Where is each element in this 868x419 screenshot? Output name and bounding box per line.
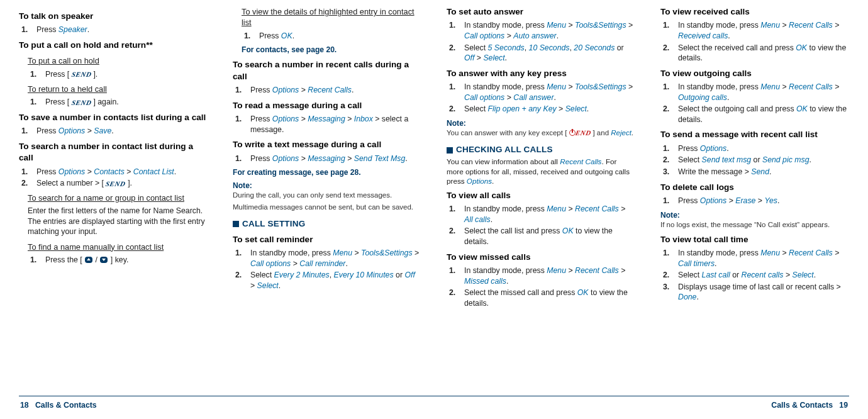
column-1: To talk on speaker 1. Press Speaker. To …	[19, 6, 208, 393]
step-number: 1.	[660, 82, 678, 103]
step-number: 2.	[447, 288, 464, 308]
subhead-return-held: To return to a held call	[28, 84, 208, 94]
step-number: 2.	[660, 43, 678, 64]
step-text: In standby mode, press Menu > Tools&Sett…	[464, 20, 635, 41]
step-number: 1.	[447, 265, 464, 286]
heading-delete-logs: To delete call logs	[660, 182, 849, 193]
step-text: Press the [ / ] key.	[45, 255, 208, 265]
note-text: During the call, you can only send text …	[233, 191, 421, 200]
step-text: Select 5 Seconds, 10 Seconds, 20 Seconds…	[464, 43, 635, 64]
step-number: 1.	[660, 20, 678, 41]
section-call-setting: CALL SETTING	[233, 218, 421, 230]
step-text: Write the message > Send.	[678, 167, 849, 177]
step-number: 1.	[28, 255, 45, 265]
footer-section-left: Calls & Contacts	[35, 401, 97, 410]
step-text: Select the outgoing call and press OK to…	[678, 104, 849, 125]
step-number: 1.	[233, 154, 250, 164]
step-number: 2.	[19, 178, 36, 189]
heading-auto-answer: To set auto answer	[447, 6, 635, 18]
step-number: 1.	[19, 126, 36, 137]
step-number: 2.	[447, 43, 464, 64]
step-text: Select the missed call and press OK to v…	[464, 288, 635, 308]
step-text: Press Options > Messaging > Inbox > sele…	[250, 114, 421, 135]
note-text: If no logs exist, the message “No Call e…	[660, 220, 849, 230]
subhead-put-hold: To put a call on hold	[28, 55, 208, 66]
step-number: 2.	[660, 270, 678, 281]
step-text: Press [ SEND ].	[45, 69, 208, 80]
step-text: Select Send text msg or Send pic msg.	[678, 155, 849, 165]
heading-call-reminder: To set call reminder	[233, 234, 421, 245]
nav-key-up-icon	[84, 256, 93, 264]
step-text: Press Options > Erase > Yes.	[678, 196, 849, 206]
send-key-icon: SEND	[105, 179, 126, 189]
note-text: Multimedia messages cannot be sent, but …	[233, 203, 421, 212]
end-key-icon: END	[574, 128, 592, 137]
step-number: 1.	[447, 204, 464, 225]
manual-page-columns: To talk on speaker 1. Press Speaker. To …	[19, 6, 849, 396]
step-text: In standby mode, press Menu > Tools&Sett…	[464, 82, 635, 103]
section-description: You can view information about all Recen…	[447, 157, 635, 186]
step-number: 2.	[233, 270, 250, 291]
step-text: Select Last call or Recent calls > Selec…	[678, 270, 849, 281]
paragraph: Enter the first letters of the name for …	[28, 206, 208, 237]
step-text: Press Options > Contacts > Contact List.	[36, 167, 208, 177]
heading-view-all: To view all calls	[447, 190, 635, 201]
heading-outgoing-calls: To view outgoing calls	[660, 68, 849, 79]
page-number-right: 19	[839, 401, 848, 410]
step-text: Select Flip open + any Key > Select.	[464, 104, 635, 115]
step-text: In standby mode, press Menu > Tools&Sett…	[250, 248, 421, 269]
step-text: Press Options > Recent Calls.	[250, 85, 421, 96]
nav-key-down-icon	[99, 256, 108, 264]
step-text: Displays usage time of last call or rece…	[678, 282, 849, 303]
section-checking-calls: CHECKING ALL CALLS	[447, 144, 635, 155]
step-text: Select a number > [ SEND ].	[36, 178, 208, 189]
step-text: In standby mode, press Menu > Recent Cal…	[678, 20, 849, 41]
note-label: Note:	[233, 181, 421, 191]
step-number: 2.	[660, 104, 678, 125]
footer-right: Calls & Contacts 19	[771, 400, 848, 411]
step-text: Select Every 2 Minutes, Every 10 Minutes…	[250, 270, 421, 291]
heading-any-key: To answer with any key press	[447, 68, 635, 79]
footer-section-right: Calls & Contacts	[771, 401, 833, 410]
heading-search-number: To search a number in contact list durin…	[19, 141, 208, 164]
step-number: 1.	[447, 82, 464, 103]
step-text: Press Options > Save.	[36, 126, 208, 137]
step-number: 1.	[660, 248, 678, 269]
step-number: 3.	[660, 167, 678, 177]
cross-reference: For contacts, see page 20.	[242, 45, 421, 55]
note-label: Note:	[447, 118, 635, 128]
heading-send-message: To send a message with recent call list	[660, 129, 849, 140]
step-number: 1.	[19, 25, 36, 35]
send-key-icon: SEND	[70, 70, 92, 79]
step-number: 2.	[660, 155, 678, 165]
note-text: You can answer with any key except [ END…	[447, 128, 635, 138]
step-text: Press OK.	[259, 31, 421, 42]
step-text: Press Speaker.	[36, 25, 208, 35]
heading-hold-return: To put a call on hold and return**	[19, 40, 208, 51]
step-number: 1.	[28, 97, 45, 108]
heading-write-message: To write a text message during a call	[233, 139, 421, 150]
step-number: 1.	[233, 114, 250, 135]
heading-total-time: To view total call time	[660, 234, 849, 245]
step-number: 1.	[242, 31, 259, 42]
step-number: 1.	[19, 167, 36, 177]
subhead-find-manual: To find a name manually in contact list	[28, 242, 208, 252]
step-text: Press Options > Messaging > Send Text Ms…	[250, 154, 421, 164]
step-text: In standby mode, press Menu > Recent Cal…	[464, 265, 635, 286]
step-number: 1.	[233, 248, 250, 269]
step-number: 1.	[660, 143, 678, 154]
column-2: To view the details of highlighted entry…	[233, 6, 421, 393]
step-number: 1.	[233, 85, 250, 96]
page-number-left: 18	[20, 401, 29, 410]
step-text: In standby mode, press Menu > Recent Cal…	[678, 248, 849, 269]
step-text: Select the call list and press OK to vie…	[464, 226, 635, 247]
heading-search-recent: To search a number in recent calls durin…	[233, 59, 421, 82]
heading-received-calls: To view received calls	[660, 6, 849, 18]
step-number: 1.	[660, 196, 678, 206]
step-text: Select the received call and press OK to…	[678, 43, 849, 64]
subhead-search-name: To search for a name or group in contact…	[28, 193, 208, 203]
heading-missed-calls: To view missed calls	[447, 252, 635, 263]
send-key-icon: SEND	[70, 98, 92, 108]
heading-talk-speaker: To talk on speaker	[19, 11, 208, 22]
step-text: Press [ SEND ] again.	[45, 97, 208, 108]
